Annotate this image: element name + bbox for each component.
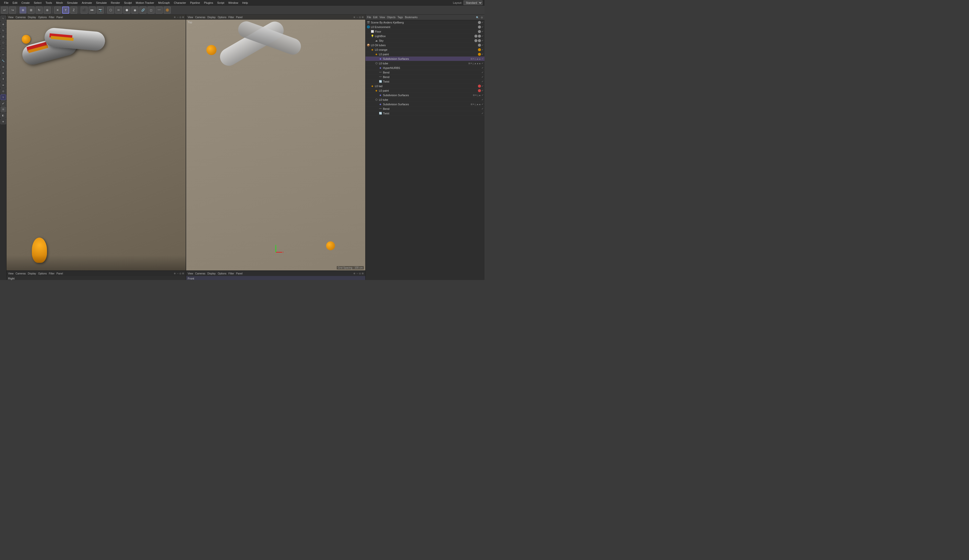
tool-loop[interactable]: ⊗	[0, 64, 6, 70]
tree-item-hypernurbs[interactable]: ◈ HyperNURBS ✓	[366, 66, 484, 70]
tree-item-bend2[interactable]: 〰 Bend ✓	[366, 75, 484, 79]
vp4-menu-panel[interactable]: Panel	[236, 272, 243, 275]
tree-item-twist1[interactable]: 🔄 Twist ✓	[366, 79, 484, 84]
vp1-menu-view[interactable]: View	[8, 16, 13, 19]
om-settings-icon[interactable]: ⚙	[481, 16, 483, 19]
om-menu-tags[interactable]: Tags	[398, 16, 403, 19]
tool-weld[interactable]: ◎	[0, 88, 6, 94]
menu-simulate2[interactable]: Simulate	[94, 0, 109, 5]
tool-extrude[interactable]: ⬆	[0, 76, 6, 82]
tool-grid[interactable]: ⊞	[0, 106, 6, 112]
tree-item-scene[interactable]: 🎬 Scene By Anders Kjellberg ✓	[366, 20, 484, 25]
timeline-button[interactable]: ▶▶	[89, 7, 96, 13]
tool-spline[interactable]: 〰	[0, 46, 6, 52]
tool-scale[interactable]: ⊞	[0, 34, 6, 39]
tool-poly[interactable]: ⬡	[0, 40, 6, 45]
vp1-menu-panel[interactable]: Panel	[57, 16, 63, 19]
circle-button[interactable]: ◉	[132, 7, 138, 13]
move-tool-button[interactable]: ⊕	[20, 7, 27, 13]
vp4-menu-filter[interactable]: Filter	[228, 272, 234, 275]
vp2-menu-options[interactable]: Options	[218, 16, 226, 19]
tree-item-tube2[interactable]: ⬡ L0 tube ✓	[366, 98, 484, 102]
tool-extra2[interactable]: ◈	[0, 119, 6, 124]
om-menu-bookmarks[interactable]: Bookmarks	[405, 16, 418, 19]
menu-edit[interactable]: Edit	[11, 0, 20, 5]
om-menu-file[interactable]: File	[367, 16, 371, 19]
om-menu-objects[interactable]: Objects	[387, 16, 396, 19]
vp3-menu-filter[interactable]: Filter	[49, 272, 54, 275]
vp1-menu-display[interactable]: Display	[28, 16, 36, 19]
viewport-3d[interactable]: View Cameras Display Options Filter Pane…	[7, 15, 186, 271]
z-button[interactable]: Z	[70, 7, 77, 13]
vp4-menu-options[interactable]: Options	[218, 272, 226, 275]
vp1-menu-cameras[interactable]: Cameras	[16, 16, 26, 19]
vp1-menu-options[interactable]: Options	[38, 16, 47, 19]
layout-dropdown[interactable]: Standard	[463, 0, 483, 5]
viewport-top[interactable]: View Cameras Display Options Filter Pane…	[186, 15, 365, 271]
tool-knife[interactable]: ✂	[0, 52, 6, 58]
vp2-menu-panel[interactable]: Panel	[236, 16, 243, 19]
tool-select[interactable]: ↖	[0, 16, 6, 21]
tree-item-tube1[interactable]: ⬡ L0 tube ⊞✕△▲▲▲ ✓	[366, 61, 484, 66]
vp3-menu-panel[interactable]: Panel	[57, 272, 63, 275]
vp2-menu-view[interactable]: View	[188, 16, 193, 19]
om-menu-view[interactable]: View	[380, 16, 385, 19]
vp2-menu-cameras[interactable]: Cameras	[195, 16, 206, 19]
tool-rotate[interactable]: ↻	[0, 28, 6, 33]
tool-magnet[interactable]: 🔧	[0, 58, 6, 64]
vp3-menu-display[interactable]: Display	[28, 272, 36, 275]
tool-bridge[interactable]: ⬌	[0, 82, 6, 88]
y-button[interactable]: Y	[62, 7, 69, 13]
menu-motion-tracker[interactable]: Motion Tracker	[134, 0, 157, 5]
tree-item-sky[interactable]: ☁ Sky ✓	[366, 38, 484, 43]
menu-simulate[interactable]: Simulate	[65, 0, 80, 5]
menu-character[interactable]: Character	[172, 0, 188, 5]
menu-mesh[interactable]: Mesh	[54, 0, 65, 5]
undo-button[interactable]: ↩	[1, 7, 8, 13]
menu-plugins[interactable]: Plugins	[202, 0, 215, 5]
tool-extra1[interactable]: ◧	[0, 113, 6, 118]
vp3-menu-view[interactable]: View	[8, 272, 13, 275]
vp3-menu-options[interactable]: Options	[38, 272, 47, 275]
menu-tools[interactable]: Tools	[43, 0, 54, 5]
vp4-menu-cameras[interactable]: Cameras	[195, 272, 206, 275]
tree-item-oiltubes[interactable]: 📦 L0 Oil tubes ✓	[366, 43, 484, 47]
tree-item-floor[interactable]: ⬜ Floor ✓	[366, 29, 484, 34]
camera-button[interactable]: 📷	[97, 7, 104, 13]
vp2-menu-filter[interactable]: Filter	[228, 16, 234, 19]
tree-item-lad[interactable]: ◆ L0 lad ✓	[366, 84, 484, 88]
menu-sculpt[interactable]: Sculpt	[122, 0, 134, 5]
menu-mograph[interactable]: MoGraph	[156, 0, 172, 5]
transform-button[interactable]: ⊗	[44, 7, 51, 13]
viewport-right[interactable]: View Cameras Display Options Filter Pane…	[7, 271, 186, 280]
tree-item-paint2[interactable]: ◆ L0 paint ✓	[366, 88, 484, 93]
link-button[interactable]: 🔗	[140, 7, 147, 13]
tree-item-subsurf3[interactable]: ◈ Subdivision Surfaces ⊞✕△▲▲ ✓	[366, 102, 484, 106]
om-search-icon[interactable]: 🔍	[476, 16, 479, 19]
light-button[interactable]: 🔆	[164, 7, 171, 13]
tool-move[interactable]: ✥	[0, 22, 6, 27]
cube-button[interactable]: ⬡	[107, 7, 114, 13]
viewport-front[interactable]: View Cameras Display Options Filter Pane…	[186, 271, 365, 280]
menu-select[interactable]: Select	[32, 0, 44, 5]
menu-render[interactable]: Render	[109, 0, 122, 5]
vp2-menu-display[interactable]: Display	[207, 16, 216, 19]
om-menu-edit[interactable]: Edit	[373, 16, 377, 19]
menu-window[interactable]: Window	[226, 0, 240, 5]
menu-script[interactable]: Script	[215, 0, 226, 5]
tree-item-twist2[interactable]: 🔄 Twist ✓	[366, 111, 484, 116]
tree-item-lightbox[interactable]: 💡 LightBox ✓	[366, 34, 484, 38]
tree-item-env[interactable]: 🌐 L0 Environment ✓	[366, 25, 484, 29]
tree-item-subsurf1[interactable]: ◈ Subdivision Surfaces ⊞✕△▲▲ ✓	[366, 56, 484, 61]
render-settings-button[interactable]: ⬛	[81, 7, 88, 13]
wire-button[interactable]: ⬣	[123, 7, 130, 13]
tool-bevel[interactable]: ◈	[0, 70, 6, 76]
tree-item-bend1[interactable]: 〰 Bend ✓	[366, 70, 484, 75]
menu-create[interactable]: Create	[20, 0, 32, 5]
tool-paint2[interactable]: 🖌	[0, 100, 6, 106]
vp4-menu-display[interactable]: Display	[207, 272, 216, 275]
menu-animate[interactable]: Animate	[80, 0, 94, 5]
rotate-tool-button[interactable]: ↻	[36, 7, 43, 13]
scale-tool-button[interactable]: ⊞	[28, 7, 35, 13]
menu-file[interactable]: File	[2, 0, 11, 5]
